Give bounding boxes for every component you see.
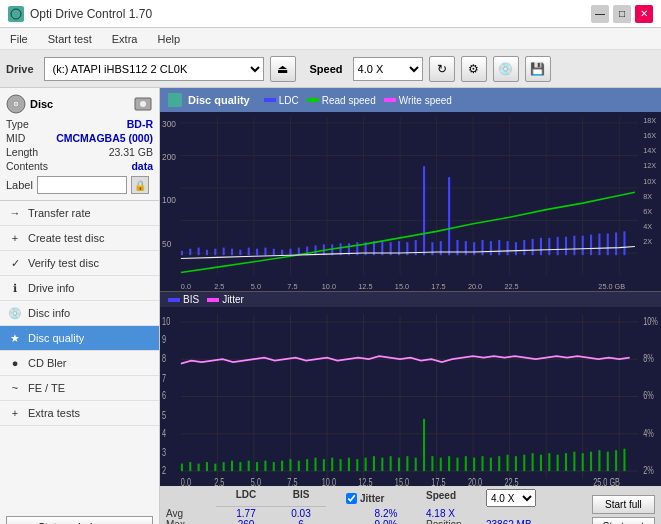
top-chart: 300 200 100 50 18X 16X 14X 12X 10X 8X 6X… [160, 112, 661, 292]
save-button[interactable]: 💾 [525, 56, 551, 82]
menu-extra[interactable]: Extra [108, 31, 142, 47]
svg-text:10: 10 [162, 316, 170, 328]
svg-rect-146 [273, 462, 275, 471]
cd-bler-label: CD Bler [28, 357, 67, 369]
sidebar-item-disc-quality[interactable]: ★ Disc quality [0, 326, 159, 351]
svg-rect-43 [223, 248, 225, 256]
svg-rect-91 [623, 231, 625, 255]
top-chart-svg: 300 200 100 50 18X 16X 14X 12X 10X 8X 6X… [160, 112, 661, 291]
svg-text:5.0: 5.0 [251, 477, 261, 486]
create-test-disc-label: Create test disc [28, 232, 104, 244]
sidebar-item-disc-info[interactable]: 💿 Disc info [0, 301, 159, 326]
sidebar-item-drive-info[interactable]: ℹ Drive info [0, 276, 159, 301]
svg-rect-76 [498, 240, 500, 255]
disc-contents-label: Contents [6, 160, 48, 172]
max-bis: 6 [276, 519, 326, 524]
maximize-button[interactable]: □ [613, 5, 631, 23]
svg-rect-75 [490, 241, 492, 255]
svg-text:4%: 4% [643, 428, 654, 440]
jitter-checkbox-label: Jitter [360, 493, 384, 504]
menu-start-test[interactable]: Start test [44, 31, 96, 47]
disc-photo-icon [133, 94, 153, 114]
avg-speed: 4.18 X [426, 508, 536, 519]
disc-label-input[interactable] [37, 176, 127, 194]
svg-rect-182 [573, 452, 575, 471]
svg-rect-185 [598, 450, 600, 471]
menu-file[interactable]: File [6, 31, 32, 47]
svg-point-0 [11, 9, 21, 19]
stats-header-bis: BIS [276, 489, 326, 507]
jitter-checkbox[interactable] [346, 493, 357, 504]
svg-rect-139 [214, 464, 216, 471]
status-window-button[interactable]: Status window >> [6, 516, 153, 524]
svg-rect-179 [548, 453, 550, 471]
stats-bar: LDC BIS Jitter Speed 4.0 X [160, 486, 661, 524]
speed-select-stats[interactable]: 4.0 X [486, 489, 536, 507]
svg-rect-168 [456, 458, 458, 471]
legend-ldc: LDC [264, 95, 299, 106]
disc-quality-icon: ★ [8, 331, 22, 345]
drive-select[interactable]: (k:) ATAPI iHBS112 2 CL0K [44, 57, 264, 81]
disc-length-value: 23.31 GB [109, 146, 153, 158]
disc-icon-btn[interactable]: 💿 [493, 56, 519, 82]
svg-text:10.0: 10.0 [322, 477, 336, 486]
settings-button[interactable]: ⚙ [461, 56, 487, 82]
speed-select[interactable]: 4.0 X [353, 57, 423, 81]
svg-rect-159 [381, 458, 383, 471]
refresh-button[interactable]: ↻ [429, 56, 455, 82]
speed-label: Speed [310, 63, 343, 75]
sidebar-item-fe-te[interactable]: ~ FE / TE [0, 376, 159, 401]
close-button[interactable]: ✕ [635, 5, 653, 23]
start-part-button[interactable]: Start part [592, 517, 655, 525]
svg-text:0.0: 0.0 [181, 477, 191, 486]
bottom-chart-svg: 10 9 8 7 6 5 4 3 2 10% 8% 6% 4% 2% [160, 307, 661, 486]
svg-rect-45 [239, 250, 241, 255]
svg-rect-160 [423, 419, 425, 471]
max-position: 23862 MB [486, 519, 546, 524]
eject-button[interactable]: ⏏ [270, 56, 296, 82]
disc-label-row: Label 🔒 [6, 176, 153, 194]
svg-rect-169 [465, 456, 467, 471]
svg-rect-81 [540, 238, 542, 255]
disc-contents-row: Contents data [6, 160, 153, 172]
sidebar-item-cd-bler[interactable]: ● CD Bler [0, 351, 159, 376]
svg-rect-145 [264, 461, 266, 471]
svg-rect-173 [498, 456, 500, 471]
sidebar-item-transfer-rate[interactable]: → Transfer rate [0, 201, 159, 226]
disc-length-row: Length 23.31 GB [6, 146, 153, 158]
legend-bis: BIS [168, 294, 199, 305]
bottom-chart: 10 9 8 7 6 5 4 3 2 10% 8% 6% 4% 2% [160, 307, 661, 486]
sidebar-item-extra-tests[interactable]: + Extra tests [0, 401, 159, 426]
svg-rect-50 [281, 250, 283, 255]
sidebar-item-verify-test-disc[interactable]: ✓ Verify test disc [0, 251, 159, 276]
svg-rect-158 [373, 456, 375, 471]
disc-section-label: Disc [30, 98, 53, 110]
drive-label: Drive [6, 63, 34, 75]
svg-rect-49 [273, 249, 275, 256]
svg-text:14X: 14X [643, 146, 656, 155]
app-title: Opti Drive Control 1.70 [30, 7, 152, 21]
svg-text:12X: 12X [643, 161, 656, 170]
minimize-button[interactable]: — [591, 5, 609, 23]
sidebar-item-create-test-disc[interactable]: + Create test disc [0, 226, 159, 251]
svg-rect-165 [431, 456, 433, 471]
svg-rect-89 [607, 234, 609, 256]
svg-text:7.5: 7.5 [287, 477, 297, 486]
disc-label-btn[interactable]: 🔒 [131, 176, 149, 194]
disc-label-label: Label [6, 179, 33, 191]
avg-jitter: 8.2% [346, 508, 426, 519]
start-full-button[interactable]: Start full [592, 495, 655, 514]
menu-help[interactable]: Help [153, 31, 184, 47]
svg-text:5.0: 5.0 [251, 282, 261, 291]
svg-rect-72 [465, 241, 467, 255]
svg-rect-48 [264, 248, 266, 256]
svg-text:18X: 18X [643, 116, 656, 125]
svg-rect-77 [507, 241, 509, 255]
svg-rect-162 [398, 458, 400, 471]
svg-rect-47 [256, 249, 258, 256]
max-label: Max [166, 519, 216, 524]
svg-text:17.5: 17.5 [431, 282, 445, 291]
disc-mid-value: CMCMAGBA5 (000) [56, 132, 153, 144]
svg-rect-167 [448, 456, 450, 471]
svg-text:9: 9 [162, 334, 166, 346]
